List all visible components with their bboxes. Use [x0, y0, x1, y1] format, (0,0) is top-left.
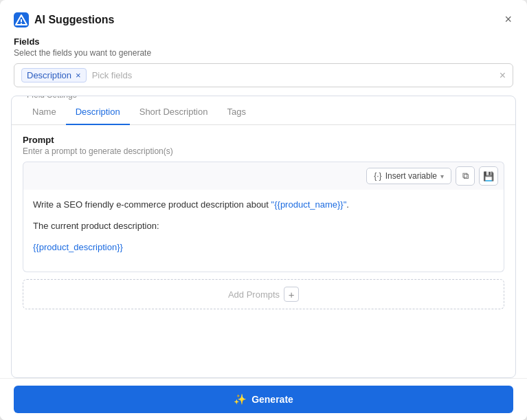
svg-point-3 — [21, 23, 22, 24]
insert-variable-button[interactable]: {·} Insert variable ▾ — [366, 168, 451, 184]
dialog-header: AI Suggestions × — [0, 0, 527, 36]
fields-bar: Description × Pick fields × — [14, 63, 513, 87]
field-settings-legend: Field Settings — [20, 96, 84, 100]
prompt-content-area[interactable]: Write a SEO friendly e-commerce product … — [23, 190, 504, 272]
chevron-down-icon: ▾ — [440, 173, 444, 180]
ai-suggestions-dialog: AI Suggestions × Fields Select the field… — [0, 0, 527, 420]
copy-prompt-button[interactable]: ⧉ — [456, 166, 475, 186]
fields-sub-label: Select the fields you want to generate — [0, 48, 527, 63]
close-icon: × — [504, 12, 512, 27]
fields-bar-clear-button[interactable]: × — [500, 69, 506, 82]
tab-name[interactable]: Name — [23, 101, 66, 125]
dialog-close-button[interactable]: × — [503, 11, 513, 28]
save-prompt-button[interactable]: 💾 — [479, 166, 498, 186]
plus-icon: + — [289, 289, 295, 300]
prompt-section: Prompt Enter a prompt to generate descri… — [12, 125, 515, 272]
prompt-sub-label: Enter a prompt to generate description(s… — [23, 146, 504, 156]
prompt-line-2: The current product description: — [33, 219, 494, 234]
generate-button[interactable]: ✨ Generate — [14, 386, 513, 413]
tabs-row: Name Description Short Description Tags — [12, 101, 515, 125]
dialog-footer: ✨ Generate — [0, 378, 527, 420]
prompt-line-3: {{product_description}} — [33, 241, 494, 255]
prompt-toolbar: {·} Insert variable ▾ ⧉ 💾 — [23, 162, 504, 190]
generate-label: Generate — [251, 394, 293, 405]
prompt-line-1: Write a SEO friendly e-commerce product … — [33, 198, 494, 212]
dialog-title-row: AI Suggestions — [14, 12, 114, 27]
add-prompts-plus-button[interactable]: + — [284, 287, 299, 302]
product-description-variable: {{product_description}} — [33, 242, 123, 252]
add-prompts-label: Add Prompts — [228, 289, 280, 300]
product-name-variable: "{{product_name}}" — [271, 199, 347, 210]
tab-tags[interactable]: Tags — [217, 101, 255, 125]
clear-fields-icon: × — [500, 69, 506, 82]
insert-variable-label: Insert variable — [385, 171, 437, 181]
dialog-title: AI Suggestions — [34, 14, 114, 26]
prompt-prefix: Write a SEO friendly e-commerce product … — [33, 199, 271, 210]
copy-icon: ⧉ — [462, 170, 469, 181]
fields-label: Fields — [0, 36, 527, 48]
sparkle-icon: ✨ — [234, 393, 247, 406]
remove-description-tag-button[interactable]: × — [74, 71, 81, 80]
tab-short-description[interactable]: Short Description — [130, 101, 218, 125]
description-tag-label: Description — [27, 70, 71, 80]
description-tag: Description × — [21, 68, 87, 82]
prompt-label: Prompt — [23, 135, 504, 145]
pick-fields-placeholder[interactable]: Pick fields — [92, 70, 494, 80]
tab-description[interactable]: Description — [66, 101, 130, 125]
variable-icon: {·} — [374, 171, 381, 181]
field-settings-box: Field Settings Name Description Short De… — [11, 96, 516, 378]
prompt-suffix: . — [346, 199, 349, 210]
add-prompts-row[interactable]: Add Prompts + — [23, 279, 504, 309]
save-icon: 💾 — [483, 171, 494, 181]
app-logo-icon — [14, 12, 29, 27]
